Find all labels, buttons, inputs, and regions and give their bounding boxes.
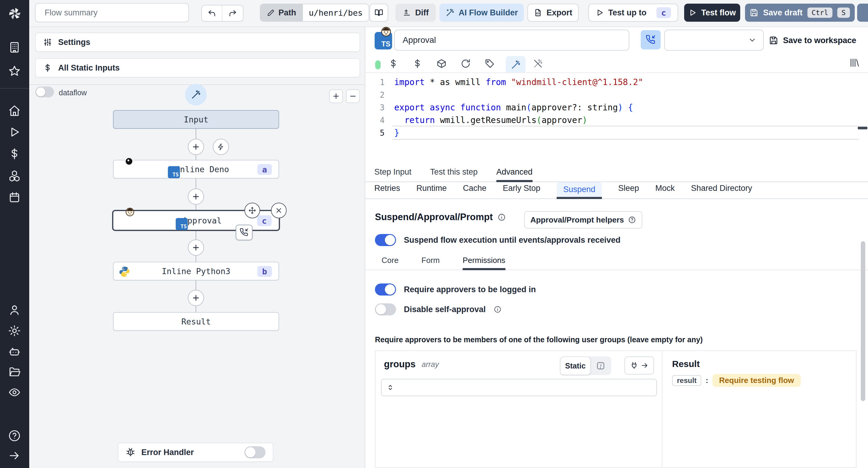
phone-incoming-icon: [646, 35, 656, 45]
result-key: result: [672, 375, 701, 386]
sidebar-item-variables[interactable]: [8, 147, 21, 160]
insert-step-button[interactable]: [188, 239, 204, 256]
tab-shared-directory[interactable]: Shared Directory: [691, 182, 752, 199]
ai-flow-builder-button[interactable]: AI Flow Builder: [439, 4, 524, 22]
library-button[interactable]: [849, 57, 860, 68]
trigger-button[interactable]: [213, 139, 229, 155]
docs-button[interactable]: [370, 4, 388, 22]
node-input[interactable]: Input: [113, 110, 279, 129]
diff-button[interactable]: Diff: [396, 4, 436, 22]
zoom-in-button[interactable]: [329, 89, 343, 103]
topbar: Flow summary Path u/henri/bes Diff: [29, 0, 868, 27]
sidebar-item-help[interactable]: [8, 430, 21, 442]
sidebar-expand-button[interactable]: [8, 449, 21, 462]
sidebar-item-workspace[interactable]: [8, 41, 21, 54]
sidebar-item-favorites[interactable]: [8, 65, 21, 78]
tab-sleep[interactable]: Sleep: [618, 182, 639, 199]
require-login-toggle[interactable]: [375, 284, 396, 295]
save-draft-button[interactable]: Save draft Ctrl S: [745, 4, 855, 22]
dataflow-toggle[interactable]: [35, 87, 54, 97]
suspend-enable-toggle[interactable]: [375, 234, 396, 246]
script-template-select[interactable]: [664, 30, 764, 51]
graph-ai-button[interactable]: [185, 84, 207, 106]
tab-step-input[interactable]: Step Input: [374, 167, 411, 182]
add-resource-button[interactable]: [412, 59, 423, 69]
connect-input-button[interactable]: [624, 356, 654, 375]
redo-button[interactable]: [222, 5, 243, 21]
sidebar-item-audit[interactable]: [8, 386, 21, 399]
delete-step-button[interactable]: [271, 203, 287, 218]
insert-step-button[interactable]: [188, 139, 204, 155]
tab-runtime[interactable]: Runtime: [416, 182, 447, 199]
package-button[interactable]: [436, 59, 447, 69]
static-mode-button[interactable]: Static: [560, 356, 591, 375]
add-variable-button[interactable]: [388, 59, 398, 69]
step-tabs: Step Input Test this step Advanced: [365, 167, 868, 182]
sidebar-item-runs[interactable]: [8, 126, 21, 138]
sidebar-item-schedules[interactable]: [8, 191, 21, 204]
node-python-id-badge: b: [257, 266, 272, 277]
cubes-icon: [8, 170, 21, 182]
tab-mock[interactable]: Mock: [655, 182, 675, 199]
tab-suspend[interactable]: Suspend: [557, 182, 602, 199]
static-mode-label: Static: [565, 361, 586, 370]
library-icon: [849, 57, 860, 68]
export-button[interactable]: Export: [527, 4, 579, 22]
ai-assistant-button-active[interactable]: [506, 56, 526, 74]
save-to-workspace-button[interactable]: Save to workspace: [769, 32, 856, 49]
code-editor[interactable]: 1import * as wmill from "windmill-client…: [365, 72, 868, 167]
sidebar-item-users[interactable]: [8, 304, 21, 316]
sidebar-item-workers[interactable]: [8, 345, 21, 358]
error-handler-card[interactable]: Error Handler: [118, 443, 273, 462]
test-up-to-step-badge: c: [656, 7, 671, 18]
node-inline-deno[interactable]: TS Inline Deno a: [113, 160, 279, 178]
panel-scrollbar[interactable]: [861, 241, 865, 401]
reset-button[interactable]: [461, 59, 471, 69]
disable-self-approval-toggle[interactable]: [375, 303, 396, 315]
sidebar-item-settings[interactable]: [8, 324, 21, 337]
path-button[interactable]: Path u/henri/bes: [260, 4, 369, 22]
tab-early-stop[interactable]: Early Stop: [503, 182, 540, 199]
insert-step-button[interactable]: [188, 290, 204, 306]
tab-permissions[interactable]: Permissions: [463, 255, 505, 270]
tab-advanced[interactable]: Advanced: [496, 167, 532, 182]
test-flow-button[interactable]: Test flow: [684, 4, 740, 22]
result-row: result : Require testing flow: [672, 374, 801, 387]
tab-test-this-step[interactable]: Test this step: [430, 167, 478, 182]
redo-icon: [228, 9, 237, 18]
approval-suspend-badge[interactable]: [236, 225, 253, 240]
undo-button[interactable]: [202, 5, 222, 21]
windmill-logo[interactable]: [0, 0, 29, 27]
zoom-out-button[interactable]: [346, 89, 360, 103]
suspend-step-toggle-button[interactable]: [641, 30, 661, 50]
deploy-button-partial[interactable]: [857, 4, 868, 22]
node-result[interactable]: Result: [113, 312, 279, 331]
sidebar-item-resources[interactable]: [8, 170, 21, 182]
move-icon: [248, 207, 256, 214]
sidebar-item-home[interactable]: [8, 104, 21, 117]
step-name-input[interactable]: Approval: [394, 30, 629, 51]
tab-core[interactable]: Core: [381, 255, 398, 270]
move-step-button[interactable]: [244, 203, 260, 218]
star-icon: [8, 65, 21, 78]
bug-icon: [126, 447, 135, 457]
test-up-to-button[interactable]: Test up to c: [588, 4, 678, 22]
expression-mode-button[interactable]: f: [591, 361, 611, 371]
flow-settings-button[interactable]: Settings: [35, 33, 360, 52]
sidebar-item-folders[interactable]: [8, 365, 21, 378]
groups-result-container: groups array Static f: [375, 350, 857, 468]
typescript-icon: TS: [176, 218, 188, 230]
tab-cache[interactable]: Cache: [463, 182, 487, 199]
node-inline-python3[interactable]: Inline Python3 b: [113, 262, 279, 281]
ai-disabled-button[interactable]: [533, 59, 543, 69]
error-handler-toggle[interactable]: [244, 446, 266, 458]
insert-step-button[interactable]: [188, 188, 204, 205]
flow-summary-input[interactable]: Flow summary: [35, 3, 189, 22]
approval-prompt-helpers-button[interactable]: Approval/Prompt helpers: [524, 211, 642, 229]
magic-wand-icon: [445, 8, 455, 17]
all-static-inputs-button[interactable]: All Static Inputs: [35, 58, 360, 78]
format-button[interactable]: [485, 59, 495, 69]
tab-form[interactable]: Form: [421, 255, 440, 270]
tab-retries[interactable]: Retries: [374, 182, 400, 199]
groups-array-input[interactable]: [381, 379, 657, 396]
